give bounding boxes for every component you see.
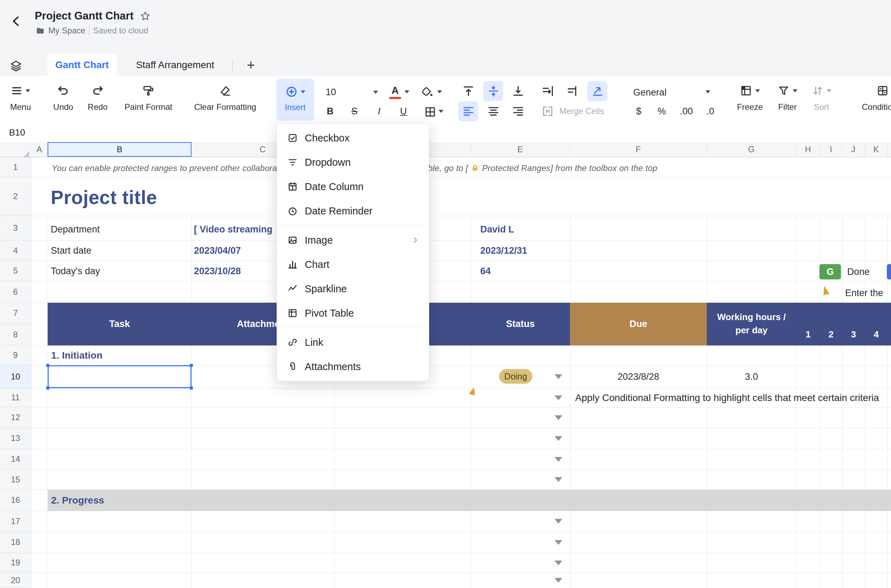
due-cell: 2023/8/28: [570, 370, 707, 383]
paperclip-icon: [287, 362, 298, 372]
date-column-icon: [287, 182, 298, 192]
menu-item-label: Checkbox: [305, 132, 350, 144]
header-day: 2: [820, 328, 842, 340]
conditional-tip: Apply Conditional Formatting to highligh…: [575, 392, 879, 404]
menu-item-link[interactable]: Link: [277, 330, 429, 354]
hint-text: Enter the: [845, 287, 884, 299]
header-working-hours: per day: [707, 324, 796, 337]
menu-item-pivot-table[interactable]: Pivot Table: [277, 301, 429, 325]
menu-separator: [277, 325, 429, 330]
cell-dropdown-caret[interactable]: [555, 561, 562, 566]
menu-item-label: Date Reminder: [305, 206, 372, 217]
sheet-content: You can enable protected ranges to preve…: [0, 0, 891, 588]
cell-dropdown-caret[interactable]: [555, 578, 562, 583]
info-label: Today's day: [51, 264, 100, 278]
image-icon: [287, 235, 298, 245]
info-value: 2023/04/07: [194, 244, 241, 258]
menu-item-label: Image: [305, 235, 333, 246]
chart-icon: [287, 259, 298, 270]
cell-dropdown-caret[interactable]: [555, 415, 562, 420]
section-title: 1. Initiation: [51, 348, 102, 363]
sparkline-icon: [287, 284, 298, 294]
menu-item-label: Attachments: [305, 361, 361, 372]
header-day: 3: [842, 328, 865, 340]
chevron-right-icon: [411, 236, 420, 244]
menu-item-attachments[interactable]: Attachments: [277, 354, 429, 379]
menu-item-dropdown[interactable]: Dropdown: [277, 150, 429, 174]
dropdown-icon: [287, 157, 298, 168]
cell-dropdown-caret[interactable]: [555, 374, 562, 379]
pointer-icon: [469, 387, 477, 396]
checkbox-icon: [287, 133, 298, 143]
hours-cell: 3.0: [707, 370, 796, 383]
info-value: David L: [480, 222, 514, 236]
pointer-icon: [821, 285, 830, 296]
status-badge-done: G: [819, 264, 841, 279]
menu-item-label: Sparkline: [305, 283, 347, 295]
section-title: 2. Progress: [51, 491, 104, 509]
link-icon: [287, 337, 298, 348]
project-title: Project title: [51, 184, 157, 210]
spreadsheet-app: Project Gantt Chart My Space Saved to cl…: [0, 0, 891, 588]
header-task: Task: [48, 303, 192, 345]
header-due: Due: [570, 303, 707, 345]
header-status: Status: [471, 303, 570, 345]
cell-dropdown-caret[interactable]: [555, 540, 562, 545]
menu-separator: [277, 223, 429, 228]
pivot-table-icon: [287, 308, 298, 318]
section-band: [48, 490, 891, 511]
info-value: 2023/12/31: [480, 244, 527, 258]
info-value: 2023/10/28: [194, 264, 241, 278]
header-day: 1: [796, 328, 820, 340]
menu-item-label: Link: [305, 337, 323, 348]
cell-dropdown-caret[interactable]: [555, 519, 562, 524]
header-working-hours: Working hours /: [707, 310, 796, 324]
insert-menu: Checkbox Dropdown Date Column Date Remin…: [277, 123, 429, 381]
legend-chip-partial: [887, 264, 891, 279]
menu-item-label: Dropdown: [305, 157, 351, 168]
selected-cell-outline[interactable]: [48, 365, 192, 388]
cell-dropdown-caret[interactable]: [555, 396, 562, 400]
menu-item-label: Chart: [305, 259, 329, 270]
menu-item-chart[interactable]: Chart: [277, 252, 429, 277]
menu-item-date-column[interactable]: Date Column: [277, 174, 429, 199]
cell-dropdown-caret[interactable]: [555, 477, 562, 482]
clock-icon: [287, 206, 298, 216]
menu-item-checkbox[interactable]: Checkbox: [277, 126, 429, 150]
cell-dropdown-caret[interactable]: [555, 436, 562, 441]
status-pill-doing[interactable]: Doing: [499, 369, 532, 384]
menu-item-image[interactable]: Image: [277, 228, 429, 252]
menu-item-date-reminder[interactable]: Date Reminder: [277, 199, 429, 223]
info-value: 64: [480, 264, 490, 278]
info-label: Department: [51, 222, 100, 236]
menu-item-label: Date Column: [305, 181, 363, 192]
menu-item-sparkline[interactable]: Sparkline: [277, 277, 429, 301]
cell-dropdown-caret[interactable]: [555, 457, 562, 462]
protected-note-right: Protected Ranges] from the toolbox on th…: [482, 164, 657, 173]
legend-label: Done: [847, 266, 870, 278]
menu-item-label: Pivot Table: [305, 308, 354, 319]
header-day: 4: [865, 328, 888, 340]
lock-icon: [471, 164, 479, 172]
info-value: [ Video streaming: [194, 222, 273, 236]
info-label: Start date: [51, 244, 92, 258]
